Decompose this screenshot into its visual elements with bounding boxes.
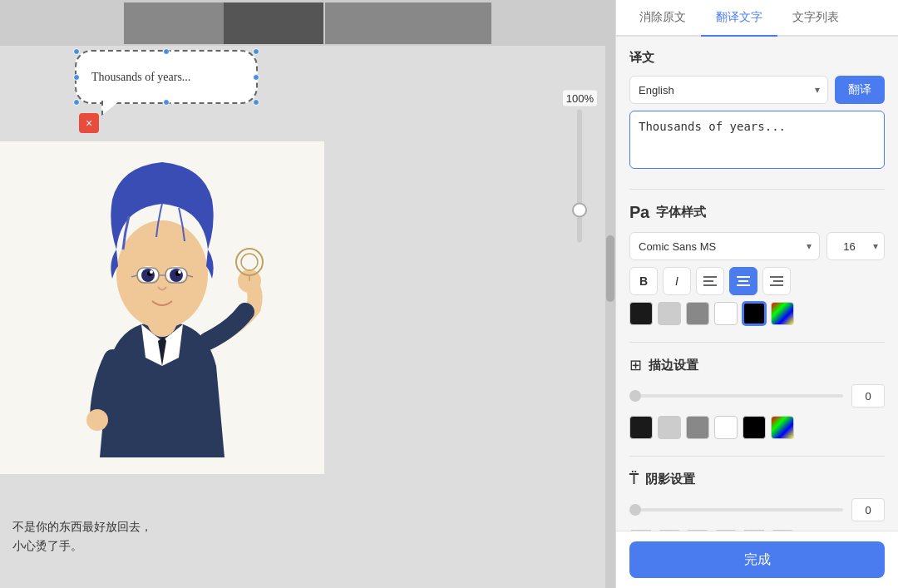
- manga-bottom-text: 不是你的东西最好放回去， 小心烫了手。: [12, 517, 152, 555]
- shadow-section-header: T̈ 阴影设置: [629, 470, 885, 488]
- manga-canvas-panel: Thousands of years... ×: [0, 0, 615, 588]
- scrollbar-thumb[interactable]: [606, 235, 614, 302]
- style-buttons-group: B I: [629, 267, 791, 295]
- svg-point-10: [178, 270, 181, 274]
- shadow-value: 0: [851, 498, 885, 521]
- font-color-lightgray[interactable]: [658, 302, 681, 325]
- shadow-icon: T̈: [629, 470, 639, 488]
- font-family-row: Comic Sans MS Arial Times New Roman 微软雅黑: [629, 232, 885, 260]
- resize-handle-br[interactable]: [253, 99, 259, 106]
- font-size-input[interactable]: [826, 232, 885, 260]
- font-section-title: 字体样式: [656, 205, 706, 220]
- font-section: Ра 字体样式 Comic Sans MS Arial Times New Ro…: [629, 203, 885, 325]
- bottom-text-line1: 不是你的东西最好放回去，: [12, 517, 152, 536]
- stroke-slider-row: 0: [629, 384, 885, 408]
- stroke-section: ⊞ 描边设置 0: [629, 356, 885, 439]
- zoom-slider-track[interactable]: [577, 110, 582, 243]
- stroke-value: 0: [851, 384, 885, 408]
- resize-handle-ml[interactable]: [73, 74, 80, 81]
- complete-button[interactable]: 完成: [629, 541, 885, 578]
- manga-character-art: [0, 141, 324, 474]
- style-buttons-row: B I: [629, 267, 885, 295]
- font-family-select-wrapper[interactable]: Comic Sans MS Arial Times New Roman 微软雅黑: [629, 232, 820, 260]
- divider-1: [629, 189, 885, 190]
- tab-translate[interactable]: 翻译文字: [701, 0, 777, 35]
- manga-top-strip: [0, 0, 615, 46]
- resize-handle-bl[interactable]: [73, 99, 80, 106]
- font-color-gray[interactable]: [686, 302, 709, 325]
- resize-handle-tr[interactable]: [253, 48, 259, 55]
- divider-2: [629, 342, 885, 343]
- svg-point-20: [86, 409, 108, 431]
- align-center-button[interactable]: [729, 267, 757, 295]
- font-family-select[interactable]: Comic Sans MS Arial Times New Roman 微软雅黑: [629, 232, 820, 260]
- bottom-text-line2: 小心烫了手。: [12, 536, 152, 555]
- stroke-icon: ⊞: [629, 356, 642, 374]
- delete-bubble-button[interactable]: ×: [79, 113, 99, 133]
- italic-button[interactable]: I: [663, 267, 691, 295]
- stroke-color-black[interactable]: [743, 416, 766, 439]
- stroke-color-lightgray[interactable]: [658, 416, 681, 439]
- stroke-section-header: ⊞ 描边设置: [629, 356, 885, 374]
- resize-handle-tm[interactable]: [163, 48, 170, 55]
- speech-bubble-container[interactable]: Thousands of years... ×: [75, 50, 274, 125]
- translation-section: 译文 English Chinese Japanese Korean 翻译 Th…: [629, 50, 885, 172]
- font-color-black[interactable]: [743, 302, 766, 325]
- bottom-bar: 完成: [616, 531, 898, 588]
- character-svg: [0, 141, 324, 474]
- translate-row: English Chinese Japanese Korean 翻译: [629, 76, 885, 104]
- svg-point-2: [116, 220, 208, 329]
- zoom-control: 100%: [563, 91, 597, 243]
- stroke-color-picker[interactable]: [771, 416, 794, 439]
- zoom-slider-thumb[interactable]: [572, 203, 587, 218]
- shadow-slider[interactable]: [629, 508, 843, 511]
- language-select[interactable]: English Chinese Japanese Korean: [629, 76, 828, 104]
- tab-erase[interactable]: 消除原文: [624, 0, 701, 35]
- tab-list[interactable]: 文字列表: [777, 0, 854, 35]
- zoom-label: 100%: [563, 91, 597, 106]
- font-color-picker[interactable]: [771, 302, 794, 325]
- translation-textarea[interactable]: Thousands of years...: [629, 111, 885, 169]
- font-color-swatches: [629, 302, 885, 325]
- font-section-header: Ра 字体样式: [629, 203, 885, 222]
- divider-3: [629, 456, 885, 457]
- resize-handle-bm[interactable]: [163, 99, 170, 106]
- resize-handle-tl[interactable]: [73, 48, 80, 55]
- shadow-section-title: 阴影设置: [645, 472, 695, 487]
- stroke-slider[interactable]: [629, 394, 843, 398]
- align-right-button[interactable]: [762, 267, 791, 295]
- font-color-white[interactable]: [714, 302, 738, 325]
- stroke-color-swatches: [629, 416, 885, 439]
- canvas-scrollbar[interactable]: [605, 0, 615, 588]
- font-color-dark[interactable]: [629, 302, 653, 325]
- stroke-color-gray[interactable]: [686, 416, 709, 439]
- font-size-wrapper[interactable]: [826, 232, 885, 260]
- stroke-section-title: 描边设置: [649, 358, 698, 373]
- manga-canvas[interactable]: Thousands of years... ×: [0, 0, 615, 588]
- bold-button[interactable]: B: [629, 267, 658, 295]
- tabs-header: 消除原文 翻译文字 文字列表: [616, 0, 898, 37]
- stroke-color-dark[interactable]: [629, 416, 653, 439]
- svg-point-9: [150, 270, 153, 274]
- align-left-button[interactable]: [696, 267, 724, 295]
- shadow-slider-row: 0: [629, 498, 885, 521]
- right-panel-content: 译文 English Chinese Japanese Korean 翻译 Th…: [616, 37, 898, 531]
- shadow-section: T̈ 阴影设置 0: [629, 470, 885, 531]
- font-style-icon: Ра: [629, 203, 649, 222]
- bubble-text: Thousands of years...: [91, 71, 190, 84]
- language-select-wrapper[interactable]: English Chinese Japanese Korean: [629, 76, 828, 104]
- resize-handle-mr[interactable]: [253, 74, 259, 81]
- delete-icon: ×: [86, 116, 92, 130]
- translate-button[interactable]: 翻译: [835, 76, 885, 104]
- stroke-color-white[interactable]: [714, 416, 738, 439]
- font-controls: Comic Sans MS Arial Times New Roman 微软雅黑…: [629, 232, 885, 325]
- speech-bubble[interactable]: Thousands of years...: [75, 50, 258, 104]
- right-panel: 消除原文 翻译文字 文字列表 译文 English Chinese Japane…: [615, 0, 898, 588]
- translation-section-title: 译文: [629, 50, 885, 66]
